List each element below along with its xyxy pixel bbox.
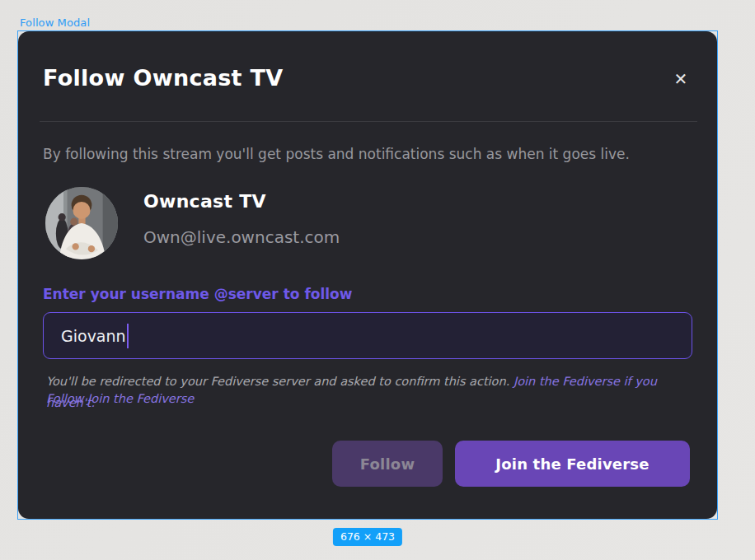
follow-join-fediverse-link[interactable]: Follow Join the Fediverse [46, 392, 194, 405]
selection-outline: Follow Owncast TV ✕ By following this st… [18, 31, 717, 519]
modal-title: Follow Owncast TV [43, 65, 283, 91]
join-fediverse-button[interactable]: Join the Fediverse [455, 441, 690, 487]
close-button[interactable]: ✕ [669, 68, 692, 91]
frame-label[interactable]: Follow Modal [20, 16, 90, 29]
username-input-value: Giovann [61, 327, 126, 345]
username-label: Enter your username @server to follow [43, 286, 353, 302]
account-handle: Own@live.owncast.com [143, 227, 340, 247]
follow-button[interactable]: Follow [332, 441, 443, 487]
design-canvas: Follow Modal Follow Owncast TV ✕ By foll… [0, 0, 755, 560]
text-caret [127, 324, 129, 348]
close-icon: ✕ [674, 71, 688, 87]
follow-modal: Follow Owncast TV ✕ By following this st… [18, 31, 717, 519]
account-name: Owncast TV [143, 191, 266, 212]
divider [40, 121, 697, 122]
button-row: Follow Join the Fediverse [332, 441, 690, 487]
avatar [45, 187, 118, 259]
avatar-image [45, 187, 118, 259]
help-text: You'll be redirected to your Fediverse s… [46, 375, 513, 388]
account-row: Owncast TV Own@live.owncast.com [45, 187, 457, 261]
modal-description: By following this stream you'll get post… [43, 146, 684, 162]
username-input[interactable]: Giovann [43, 312, 692, 359]
size-badge: 676 × 473 [333, 528, 402, 546]
